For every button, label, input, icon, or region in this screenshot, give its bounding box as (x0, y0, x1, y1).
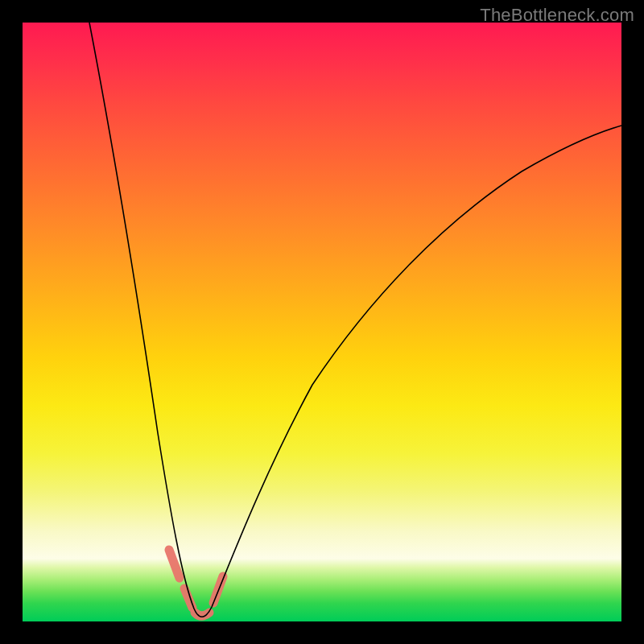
plot-area (23, 23, 621, 621)
watermark-text: TheBottleneck.com (480, 5, 634, 26)
marker-segment-left (169, 550, 180, 578)
chart-frame: TheBottleneck.com (0, 0, 644, 644)
bottleneck-curve (89, 23, 621, 617)
curve-svg (23, 23, 621, 621)
